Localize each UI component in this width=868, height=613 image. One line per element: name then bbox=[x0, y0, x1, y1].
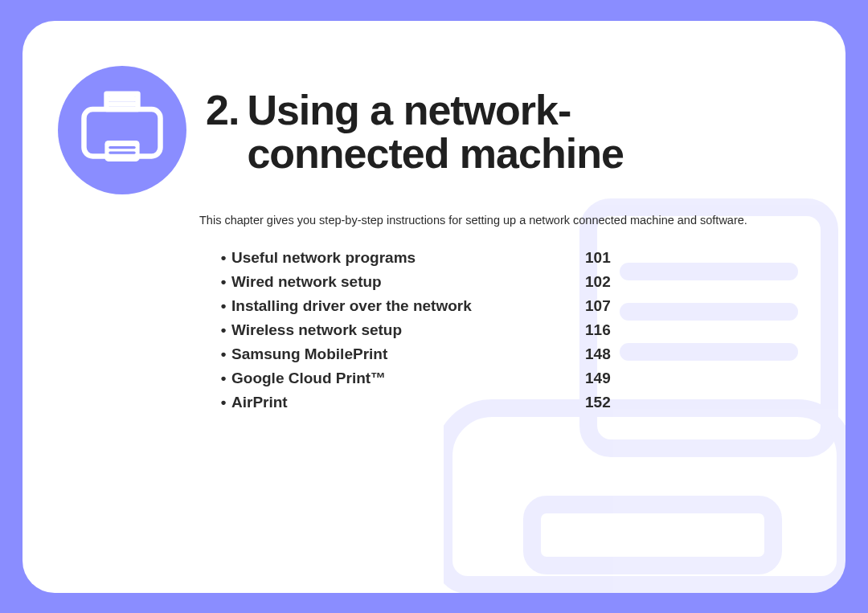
toc-page: 148 bbox=[585, 342, 633, 366]
bullet-icon: • bbox=[215, 270, 231, 294]
document-page: 2. Using a network-connected machine Thi… bbox=[23, 21, 845, 593]
toc-label: Samsung MobilePrint bbox=[231, 342, 585, 366]
toc-label: Wired network setup bbox=[231, 270, 585, 294]
toc-label: Wireless network setup bbox=[231, 318, 585, 342]
toc-page: 102 bbox=[585, 270, 633, 294]
chapter-header: 2. Using a network-connected machine bbox=[58, 66, 810, 194]
svg-rect-4 bbox=[532, 505, 773, 566]
bullet-icon: • bbox=[215, 390, 231, 415]
printer-icon bbox=[58, 66, 186, 194]
toc-label: Useful network programs bbox=[231, 246, 585, 270]
chapter-title-block: 2. Using a network-connected machine bbox=[206, 66, 761, 176]
chapter-title: Using a network-connected machine bbox=[247, 88, 761, 176]
toc-page: 107 bbox=[585, 294, 633, 318]
bullet-icon: • bbox=[215, 318, 231, 342]
toc-item[interactable]: • Wired network setup 102 bbox=[215, 270, 665, 294]
toc-item[interactable]: • AirPrint 152 bbox=[215, 390, 665, 415]
toc-item[interactable]: • Wireless network setup 116 bbox=[215, 318, 665, 342]
toc-label: Installing driver over the network bbox=[231, 294, 585, 318]
svg-rect-7 bbox=[104, 140, 139, 161]
toc-item[interactable]: • Useful network programs 101 bbox=[215, 246, 665, 270]
bullet-icon: • bbox=[215, 366, 231, 390]
table-of-contents: • Useful network programs 101 • Wired ne… bbox=[215, 246, 665, 415]
bullet-icon: • bbox=[215, 342, 231, 366]
toc-label: AirPrint bbox=[231, 390, 585, 415]
toc-page: 116 bbox=[585, 318, 633, 342]
chapter-subtitle: This chapter gives you step-by-step inst… bbox=[199, 214, 797, 227]
toc-page: 101 bbox=[585, 246, 633, 270]
chapter-number: 2. bbox=[206, 88, 239, 176]
toc-item[interactable]: • Samsung MobilePrint 148 bbox=[215, 342, 665, 366]
toc-page: 149 bbox=[585, 366, 633, 390]
bullet-icon: • bbox=[215, 246, 231, 270]
toc-page: 152 bbox=[585, 390, 633, 415]
bullet-icon: • bbox=[215, 294, 231, 318]
toc-label: Google Cloud Print™ bbox=[231, 366, 585, 390]
toc-item[interactable]: • Google Cloud Print™ 149 bbox=[215, 366, 665, 390]
toc-item[interactable]: • Installing driver over the network 107 bbox=[215, 294, 665, 318]
